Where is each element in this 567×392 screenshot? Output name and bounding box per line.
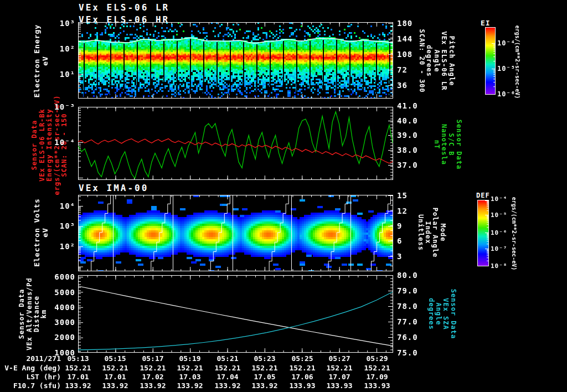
sza-deg-tick: 80.0 <box>397 271 430 280</box>
alt-right-axis-label: Sensor Data VEx SZA Angle degrees <box>427 289 457 339</box>
time-label: 05:29 <box>358 354 396 363</box>
els-pitch-angle-tick: 144 <box>397 34 430 43</box>
sza-deg-tick: 78.0 <box>397 302 430 311</box>
els-spectrogram-panel <box>78 22 393 99</box>
bk-right-axis-label: Sensor Data S/C B Nanotesla nT <box>432 120 462 169</box>
footer-value: 152.21 <box>284 364 321 372</box>
els-energy-tick: 10² <box>42 44 75 53</box>
time-label: 05:15 <box>96 354 134 363</box>
footer-value: 152.21 <box>209 364 246 372</box>
footer-value: 133.93 <box>321 381 358 390</box>
ima-polar-index-tick: 9 <box>397 221 430 230</box>
footer-value: 152.21 <box>321 364 358 372</box>
footer-value: 133.93 <box>284 381 321 390</box>
altitude-km-tick: 2000 <box>42 333 75 342</box>
ei-colorbar-tick: 10⁻⁶ <box>497 90 525 98</box>
footer-value: 17.09 <box>358 373 396 381</box>
footer-value: 133.92 <box>171 381 209 390</box>
bk-bfield-line-panel <box>78 107 393 180</box>
footer-value: 17.01 <box>59 373 97 381</box>
ima-polar-index-tick: 3 <box>397 252 430 261</box>
bfield-nt-tick: 40.0 <box>397 116 430 125</box>
footer-value: 17.05 <box>246 373 284 381</box>
bfield-nt-tick: 38.0 <box>397 146 430 154</box>
ima-ev-tick: 10⁴ <box>42 202 75 210</box>
ima-polar-index-tick: 12 <box>397 207 430 215</box>
els-pitch-angle-tick: 36 <box>397 81 430 90</box>
footer-value: 152.21 <box>134 364 172 372</box>
altitude-km-tick: 3000 <box>42 318 75 327</box>
ima-spectrogram-panel <box>78 195 393 271</box>
altitude-km-tick: 5000 <box>42 288 75 297</box>
plot-title-els-lr: VEx ELS-06 LR <box>79 2 169 13</box>
footer-value: 133.92 <box>59 381 97 390</box>
footer-value: 17.07 <box>321 373 358 381</box>
time-label: 05:23 <box>246 354 284 363</box>
footer-value: 133.92 <box>134 381 172 390</box>
plot-title-ima: VEx IMA-00 <box>79 183 148 193</box>
els-pitch-angle-tick: 180 <box>397 19 430 28</box>
time-label: 05:27 <box>321 354 358 363</box>
def-colorbar-tick: 10⁻⁵ <box>491 212 518 219</box>
ei-colorbar-title: EI <box>481 19 491 27</box>
footer-value: 17.03 <box>171 373 209 381</box>
time-label: 05:25 <box>284 354 321 363</box>
els-energy-tick: 10¹ <box>42 70 75 79</box>
ima-polar-index-tick: 15 <box>397 191 430 200</box>
els-pitch-angle-tick: 108 <box>397 50 430 59</box>
ima-polar-index-tick: 6 <box>397 236 430 245</box>
footer-value: 152.21 <box>246 364 284 372</box>
sza-deg-tick: 77.0 <box>397 317 430 326</box>
time-label: 05:13 <box>59 354 97 363</box>
footer-value: 152.21 <box>171 364 209 372</box>
footer-value: 133.92 <box>246 381 284 390</box>
ei-colorbar <box>485 27 496 95</box>
vex-multipanel-plot: VEx ELS-06 LR VEx ELS-06 HR VEx IMA-00 E… <box>0 0 567 392</box>
time-label: 05:17 <box>134 354 172 363</box>
ei-colorbar-unit-label: ergs/(cm**2-sr-sec-eV) <box>514 25 520 99</box>
bk-intensity-tick: 10⁻³ <box>42 102 75 111</box>
altitude-km-tick: 6000 <box>42 272 75 281</box>
bfield-nt-tick: 37.0 <box>397 161 430 169</box>
bfield-nt-tick: 39.0 <box>397 131 430 140</box>
def-colorbar-tick: 10⁻⁶ <box>491 229 518 236</box>
sza-deg-tick: 76.0 <box>397 333 430 342</box>
els-energy-tick: 10³ <box>42 19 75 28</box>
ima-ev-tick: 10² <box>42 242 75 251</box>
sza-deg-tick: 75.0 <box>397 348 430 357</box>
footer-row-label: F10.7 (sfu) <box>0 381 61 390</box>
els-pitch-angle-tick: 72 <box>397 65 430 74</box>
def-colorbar-tick: 10⁻⁸ <box>491 262 518 270</box>
def-colorbar-tick: 10⁻⁴ <box>491 195 518 203</box>
footer-value: 152.21 <box>59 364 97 372</box>
time-label: 05:19 <box>171 354 209 363</box>
footer-row-label: V-E Ang (deg) <box>0 364 61 372</box>
def-colorbar-title: DEF <box>476 192 490 199</box>
footer-value: 133.92 <box>209 381 246 390</box>
ei-colorbar-tick: 10⁻⁴ <box>497 39 525 47</box>
altitude-sza-line-panel <box>78 275 393 353</box>
altitude-km-tick: 4000 <box>42 303 75 312</box>
footer-value: 133.93 <box>358 381 396 390</box>
footer-row-label: LST (hr) <box>0 373 61 381</box>
bk-intensity-tick: 10⁻⁴ <box>42 138 75 147</box>
footer-value: 17.02 <box>134 373 172 381</box>
def-colorbar-tick: 10⁻⁷ <box>491 245 518 252</box>
footer-date: 2011/271 <box>0 354 61 363</box>
ei-colorbar-tick: 10⁻⁵ <box>497 65 525 73</box>
footer-value: 133.92 <box>96 381 134 390</box>
footer-value: 17.06 <box>284 373 321 381</box>
footer-value: 17.01 <box>96 373 134 381</box>
footer-value: 152.21 <box>358 364 396 372</box>
ima-ev-tick: 10³ <box>42 221 75 230</box>
def-colorbar <box>477 200 489 266</box>
footer-value: 17.04 <box>209 373 246 381</box>
bfield-nt-tick: 41.0 <box>397 101 430 110</box>
time-label: 05:21 <box>209 354 246 363</box>
els-left-axis-label: Electron Energy eV <box>33 24 49 97</box>
sza-deg-tick: 79.0 <box>397 286 430 295</box>
footer-value: 152.21 <box>96 364 134 372</box>
